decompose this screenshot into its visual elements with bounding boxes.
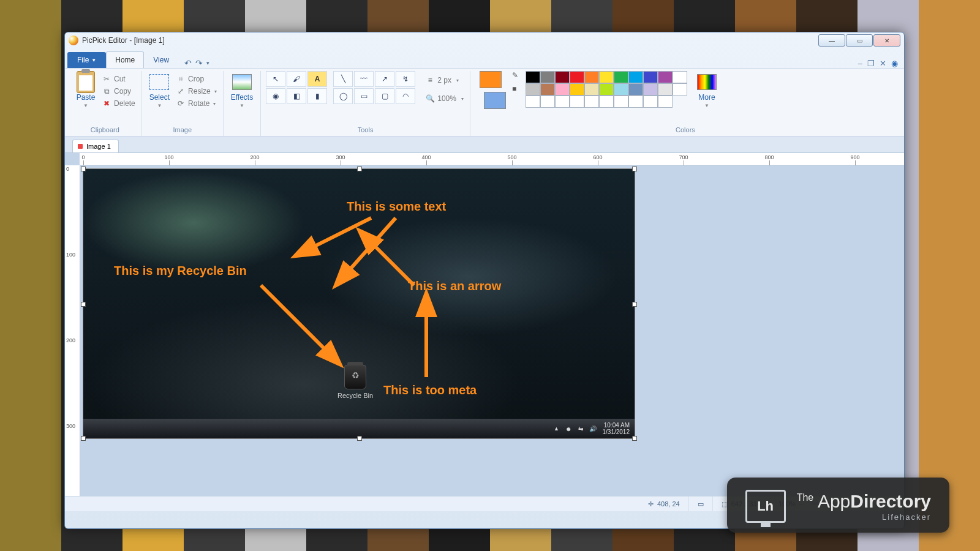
crop-button[interactable]: ⌗Crop [175, 73, 218, 84]
color-swatch[interactable] [584, 96, 599, 108]
tool-curve[interactable]: 〰 [354, 71, 374, 87]
close-document-button[interactable]: ✕ [880, 59, 886, 68]
color-swatch[interactable] [540, 96, 555, 108]
resize-button[interactable]: ⤢Resize▾ [175, 86, 218, 97]
tray-arrow-icon[interactable]: ▲ [554, 425, 559, 432]
color-swatch[interactable] [599, 83, 614, 96]
color-swatch[interactable] [555, 71, 570, 83]
color-swatch[interactable] [643, 83, 658, 96]
tool-picker-2: ╲ 〰 ↗ ↯ ◯ ▭ ▢ ◠ [333, 71, 415, 104]
color-swatch[interactable] [643, 96, 658, 108]
chevron-down-icon: ▼ [91, 58, 96, 63]
color-swatch[interactable] [628, 83, 643, 96]
color-swatch[interactable] [540, 71, 555, 83]
delete-button[interactable]: ✖Delete [100, 98, 137, 109]
redo-button[interactable]: ↷ [195, 58, 203, 68]
more-colors-button[interactable]: More ▼ [695, 71, 719, 110]
more-label: More [698, 93, 715, 102]
color-swatch[interactable] [658, 71, 673, 83]
cut-button[interactable]: ✂Cut [100, 73, 137, 84]
color-swatch[interactable] [614, 71, 628, 83]
tool-arrow[interactable]: ↗ [375, 71, 394, 87]
color-swatch[interactable] [599, 96, 614, 108]
group-label: Colors [475, 125, 895, 136]
file-menu-button[interactable]: File ▼ [67, 52, 106, 68]
tray-clock[interactable]: 10:04 AM 1/31/2012 [603, 422, 630, 435]
tool-highlight[interactable]: ▮ [307, 88, 327, 104]
color-swatch[interactable] [599, 71, 614, 83]
canvas[interactable]: This is some text This is my Recycle Bin… [83, 169, 635, 438]
restore-window-button[interactable]: ❐ [867, 59, 875, 68]
group-clipboard: Paste ▼ ✂Cut ⧉Copy ✖Delete Clipboard [69, 71, 142, 136]
color-swatch[interactable] [614, 83, 628, 96]
color-swatch[interactable] [673, 71, 687, 83]
paste-button[interactable]: Paste ▼ [74, 71, 98, 110]
tool-pointer[interactable]: ↖ [266, 71, 285, 87]
color-swatch[interactable] [658, 96, 673, 108]
background-swatch[interactable] [484, 92, 506, 109]
color-swatch[interactable] [643, 71, 658, 83]
tool-ellipse[interactable]: ◯ [333, 88, 353, 104]
ruler-tick-label: 100 [66, 252, 75, 258]
annotation-text[interactable]: This is too meta [383, 383, 477, 397]
titlebar[interactable]: PicPick Editor - [Image 1] — ▭ ✕ [65, 32, 904, 48]
color-swatch[interactable] [555, 83, 570, 96]
tab-view[interactable]: View [144, 51, 178, 68]
annotation-text[interactable]: This is an arrow [408, 279, 501, 293]
color-swatch[interactable] [570, 96, 584, 108]
minimize-ribbon-button[interactable]: – [858, 59, 862, 68]
copy-button[interactable]: ⧉Copy [100, 86, 137, 97]
tool-connector[interactable]: ↯ [396, 71, 415, 87]
minimize-button[interactable]: — [818, 34, 845, 47]
color-swatch[interactable] [628, 96, 643, 108]
color-swatch[interactable] [570, 71, 584, 83]
eyedropper-icon[interactable]: ✎ [512, 71, 518, 80]
color-swatch[interactable] [584, 83, 599, 96]
rotate-button[interactable]: ⟳Rotate▾ [175, 98, 218, 109]
color-swatch[interactable] [628, 71, 643, 83]
ruler-horizontal[interactable]: 0100200300400500600700800900 [80, 153, 904, 166]
black-swatch-icon[interactable]: ■ [512, 84, 518, 93]
tool-text[interactable]: A [307, 71, 327, 87]
tool-eraser[interactable]: ◧ [287, 88, 306, 104]
group-label [228, 125, 255, 136]
chevron-down-icon: ▼ [157, 103, 162, 108]
stroke-width-dropdown[interactable]: ≡2 px▾ [424, 75, 465, 86]
annotation-text[interactable]: This is my Recycle Bin [114, 264, 247, 278]
maximize-button[interactable]: ▭ [846, 34, 873, 47]
select-button[interactable]: Select ▼ [147, 71, 172, 110]
color-swatch[interactable] [526, 96, 540, 108]
tool-brush[interactable]: 🖌 [287, 71, 306, 87]
effects-button[interactable]: Effects ▼ [228, 71, 255, 110]
annotation-text[interactable]: This is some text [347, 200, 446, 214]
color-swatch[interactable] [570, 83, 584, 96]
tray-icon[interactable]: ☻ [565, 425, 572, 432]
ruler-vertical[interactable]: 0100200300 [65, 165, 80, 496]
tray-volume-icon[interactable]: 🔊 [589, 425, 597, 432]
recycle-bin-icon[interactable]: Recycle Bin [337, 365, 373, 399]
color-swatch[interactable] [555, 96, 570, 108]
foreground-swatch[interactable] [480, 71, 502, 88]
group-image: Select ▼ ⌗Crop ⤢Resize▾ ⟳Rotate▾ Image [142, 71, 224, 136]
qat-dropdown[interactable]: ▾ [206, 60, 209, 66]
color-swatch[interactable] [658, 83, 673, 96]
color-swatch[interactable] [540, 83, 555, 96]
color-swatch[interactable] [614, 96, 628, 108]
tray-date: 1/31/2012 [603, 429, 630, 435]
tool-line[interactable]: ╲ [333, 71, 353, 87]
tray-network-icon[interactable]: ⇆ [578, 425, 583, 432]
color-swatch[interactable] [526, 83, 540, 96]
tool-stamp[interactable]: ◉ [266, 88, 285, 104]
document-tab[interactable]: Image 1 [72, 140, 119, 152]
color-swatch[interactable] [584, 71, 599, 83]
tool-roundrect[interactable]: ▢ [375, 88, 394, 104]
color-swatch[interactable] [526, 71, 540, 83]
color-swatch[interactable] [673, 83, 687, 96]
zoom-dropdown[interactable]: 🔍100%▾ [424, 93, 465, 104]
help-button[interactable]: ◉ [891, 59, 898, 68]
tab-home[interactable]: Home [106, 51, 144, 68]
tool-rect[interactable]: ▭ [354, 88, 374, 104]
tool-callout[interactable]: ◠ [396, 88, 415, 104]
close-button[interactable]: ✕ [873, 34, 900, 47]
undo-button[interactable]: ↶ [184, 58, 192, 68]
